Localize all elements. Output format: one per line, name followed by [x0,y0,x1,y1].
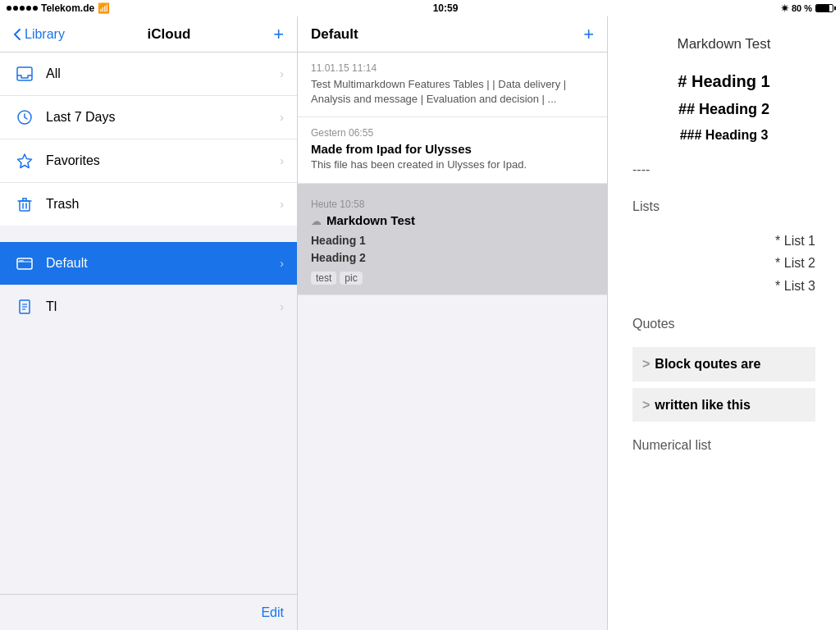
doc-item-2-date: Gestern 06:55 [311,127,594,139]
doc-list-header: Default + [298,16,607,52]
preview-list-3: * List 3 [632,276,815,297]
battery-icon [815,4,833,12]
doc-item-3-headings: Heading 1 Heading 2 [311,232,594,267]
signal-dot-5 [33,6,38,11]
svg-rect-3 [20,201,30,211]
status-left: Telekom.de 📶 [7,2,110,14]
trash-icon [13,193,36,216]
sidebar-tl-label: Tl [46,299,280,314]
clock-icon [13,106,36,129]
chevron-right-icon-4: › [280,198,284,211]
preview-numerical-title: Numerical list [632,435,815,456]
svg-rect-11 [19,260,24,262]
preview-heading2: ## Heading 2 [632,98,815,121]
sidebar-footer: Edit [0,594,297,630]
sidebar-title: iCloud [148,26,191,43]
doc-list-add-button[interactable]: + [583,24,594,45]
preview-list-2: * List 2 [632,253,815,274]
tag-pic: pic [340,272,362,285]
inbox-icon [13,62,36,85]
preview-panel: Markdown Test # Heading 1 ## Heading 2 #… [608,16,840,630]
chevron-right-icon: › [280,67,284,80]
chevron-left-icon [13,28,21,41]
chevron-right-icon-6: › [280,300,284,313]
sidebar-all-label: All [46,66,280,81]
signal-dot-2 [13,6,18,11]
sidebar-content: All › Last 7 Days › [0,52,297,630]
doc-item-3[interactable]: Heute 10:58 ☁ Markdown Test Heading 1 He… [298,184,607,295]
sidebar-favorites-label: Favorites [46,153,280,168]
star-icon [13,149,36,172]
doc-item-3-date: Heute 10:58 [311,199,364,210]
preview-content: Markdown Test # Heading 1 ## Heading 2 #… [632,33,815,456]
sidebar-groups-section: Default › Tl › [0,242,297,328]
doc-item-1-date: 11.01.15 11:14 [311,62,594,74]
doc-list-title: Default [311,26,358,43]
signal-dot-4 [26,6,31,11]
sidebar-header: Library iCloud + [0,16,297,52]
doc-item-3-meta: Heute 10:58 [311,199,594,213]
preview-heading1: # Heading 1 [632,68,815,94]
doc-item-3-heading2: Heading 2 [311,249,594,267]
sidebar-trash-label: Trash [46,197,280,212]
doc-item-2-preview: This file has been created in Ulysses fo… [311,158,594,172]
signal-dots [7,6,38,11]
sidebar-add-button[interactable]: + [273,24,284,45]
status-time: 10:59 [433,2,459,14]
sidebar-item-default[interactable]: Default › [0,242,297,285]
sidebar-last7days-label: Last 7 Days [46,110,280,125]
doc-item-2[interactable]: Gestern 06:55 Made from Ipad for Ulysses… [298,117,607,183]
doc-list: Default + 11.01.15 11:14 Test Multimarkd… [298,16,608,630]
doc-item-1[interactable]: 11.01.15 11:14 Test Multimarkdown Featur… [298,52,607,117]
doc-item-2-title: Made from Ipad for Ulysses [311,142,594,156]
preview-list-1: * List 1 [632,231,815,252]
back-label: Library [25,27,65,42]
preview-quote-2: >written like this [632,388,815,422]
battery-label: 80 % [792,3,812,13]
doc-item-3-heading1: Heading 1 [311,232,594,249]
status-bar: Telekom.de 📶 10:59 ✷ 80 % [0,0,840,16]
svg-marker-2 [18,154,32,168]
preview-divider: ---- [632,159,815,180]
doc-item-3-tags: test pic [311,272,594,285]
status-right: ✷ 80 % [781,3,833,14]
chevron-right-icon-3: › [280,154,284,167]
file-icon [13,295,36,318]
preview-lists-title: Lists [632,196,815,217]
quote-mark-1: > [642,357,650,371]
back-button[interactable]: Library [13,27,65,42]
sidebar: Library iCloud + All › [0,16,298,630]
sidebar-system-section: All › Last 7 Days › [0,52,297,226]
wifi-icon: 📶 [98,2,110,14]
preview-quote-1: >Block qoutes are [632,347,815,381]
quote-mark-2: > [642,398,650,412]
preview-quotes-title: Quotes [632,313,815,335]
svg-rect-10 [17,258,32,269]
signal-dot-1 [7,6,11,11]
folder-special-icon [13,252,36,275]
sidebar-item-favorites[interactable]: Favorites › [0,139,297,183]
preview-heading3: ### Heading 3 [632,125,815,146]
sidebar-item-all[interactable]: All › [0,52,297,96]
tag-test: test [311,272,336,285]
sidebar-item-trash[interactable]: Trash › [0,183,297,226]
chevron-right-icon-5: › [280,257,284,270]
edit-button[interactable]: Edit [261,605,284,620]
cloud-icon: ☁ [311,215,322,227]
signal-dot-3 [20,6,25,11]
sidebar-item-tl[interactable]: Tl › [0,285,297,328]
bluetooth-icon: ✷ [781,3,788,14]
sidebar-item-last7days[interactable]: Last 7 Days › [0,96,297,139]
sidebar-default-label: Default [46,256,280,271]
carrier-label: Telekom.de [41,2,94,14]
doc-item-1-preview: Test Multimarkdown Features Tables | | D… [311,77,594,107]
chevron-right-icon-2: › [280,111,284,124]
doc-item-3-title: Markdown Test [326,213,415,227]
main-content: Library iCloud + All › [0,16,840,630]
preview-title: Markdown Test [677,36,770,52]
